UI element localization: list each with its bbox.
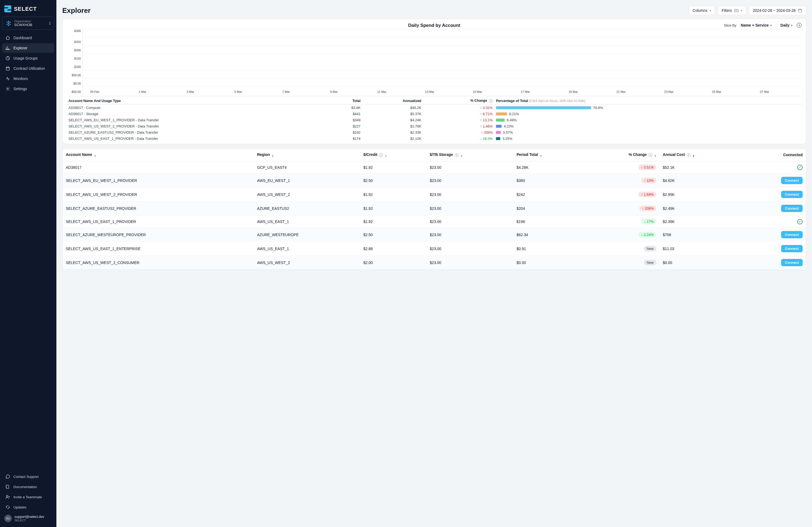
- connect-button[interactable]: Connect: [781, 259, 802, 266]
- x-tick: 17 Mar: [521, 90, 530, 93]
- bar[interactable]: [203, 0, 226, 86]
- sort-icon: ▲▼: [272, 154, 274, 157]
- legend-row[interactable]: SELECT_AWS_EU_WEST_1_PROVIDER - Data Tra…: [67, 117, 801, 123]
- info-icon: i: [649, 153, 652, 157]
- table-row: SELECT_AWS_EU_WEST_1_PROVIDER AWS_EU_WES…: [62, 174, 806, 187]
- y-tick: $300: [67, 29, 83, 37]
- org-switcher[interactable]: Organization SCWXHOB ▴▾: [2, 17, 54, 30]
- bar[interactable]: [108, 0, 130, 86]
- nav-icon: [5, 484, 10, 489]
- legend-row[interactable]: SELECT_AWS_US_WEST_2_PROVIDER - Data Tra…: [67, 123, 801, 129]
- y-tick: $0.00: [67, 79, 83, 88]
- main: Explorer Columns ▾ Filters (0) ▾ 2024-02…: [56, 0, 812, 527]
- bar[interactable]: [490, 0, 512, 86]
- sidebar-item-label: Documentation: [13, 485, 37, 489]
- connect-button[interactable]: Connect: [781, 191, 802, 198]
- legend-th-annualized[interactable]: Annualized: [362, 96, 423, 105]
- sidebar-item-documentation[interactable]: Documentation: [2, 482, 54, 492]
- bar[interactable]: [371, 0, 393, 86]
- bar[interactable]: [729, 0, 752, 86]
- legend-row[interactable]: SELECT_AWS_US_EAST_1_PROVIDER - Data Tra…: [67, 136, 801, 142]
- bar[interactable]: [418, 0, 441, 86]
- connect-button[interactable]: Connect: [781, 245, 802, 252]
- th-annual[interactable]: Annual Cost i ▲▼: [659, 149, 744, 161]
- bar[interactable]: [442, 0, 465, 86]
- connect-button[interactable]: Connect: [781, 177, 802, 184]
- bar[interactable]: [706, 0, 728, 86]
- sidebar-item-usage-groups[interactable]: Usage Groups: [2, 54, 54, 63]
- svg-point-3: [6, 495, 8, 497]
- bar[interactable]: [179, 0, 202, 86]
- change-pill: ↓ 2.24%: [638, 232, 656, 238]
- bar[interactable]: [84, 0, 106, 86]
- sidebar-item-updates[interactable]: Updates: [2, 502, 54, 512]
- th-connected[interactable]: Connected: [744, 149, 806, 161]
- bar[interactable]: [777, 0, 799, 86]
- bar[interactable]: [753, 0, 775, 86]
- legend-row[interactable]: SELECT_AZURE_EASTUS2_PROVIDER - Data Tra…: [67, 129, 801, 136]
- th-region[interactable]: Region ▲▼: [254, 149, 360, 161]
- svg-point-2: [7, 88, 9, 90]
- change-pill: New: [644, 246, 656, 252]
- th-storage[interactable]: $/TB Storage i ▲▼: [427, 149, 513, 161]
- user-block[interactable]: SU support@select.dev SELECT: [2, 512, 54, 523]
- sidebar-item-invite-a-teammate[interactable]: Invite a Teammate: [2, 492, 54, 502]
- sidebar-item-label: Monitors: [13, 76, 28, 81]
- chart[interactable]: $300$250$200$150$100$50.00$0.00-$50.00 2…: [67, 29, 801, 96]
- bar[interactable]: [682, 0, 704, 86]
- sidebar-item-monitors[interactable]: Monitors: [2, 74, 54, 84]
- th-credit[interactable]: $/Credit i ▲▼: [360, 149, 426, 161]
- x-tick: 7 Mar: [282, 90, 290, 93]
- th-change[interactable]: % Change i ▲▼: [584, 149, 659, 161]
- change-pill: ↑ 208%: [639, 206, 656, 211]
- bar[interactable]: [586, 0, 608, 86]
- svg-rect-1: [6, 67, 10, 70]
- legend-th-pct[interactable]: Percentage of Total (Click bars to focus…: [494, 96, 801, 105]
- x-tick: 1 Mar: [139, 90, 146, 93]
- table-row: SELECT_AWS_US_EAST_1_PROVIDER AWS_US_EAS…: [62, 215, 806, 228]
- bar[interactable]: [323, 0, 345, 86]
- sidebar-item-contract-utilization[interactable]: Contract Utilization: [2, 64, 54, 73]
- bar[interactable]: [347, 0, 369, 86]
- bar[interactable]: [610, 0, 632, 86]
- bar[interactable]: [275, 0, 297, 86]
- legend-row[interactable]: AD38017 - Compute $3.8K $46.2K ↑ 3.31% 7…: [67, 105, 801, 111]
- bar[interactable]: [251, 0, 273, 86]
- bar[interactable]: [634, 0, 656, 86]
- sidebar-item-label: Contract Utilization: [13, 66, 45, 71]
- legend-row[interactable]: AD38017 - Storage $441 $5.37K ↑ 6.71% 8.…: [67, 111, 801, 117]
- change-pill: ↑ 3.51%: [638, 165, 656, 170]
- bar[interactable]: [299, 0, 321, 86]
- sort-icon: ▲▼: [654, 154, 656, 157]
- th-period[interactable]: Period Total ▲▼: [513, 149, 584, 161]
- nav-icon: [5, 35, 10, 40]
- bar[interactable]: [514, 0, 536, 86]
- sort-icon: ▲▼: [94, 154, 96, 157]
- legend-th-total[interactable]: Total: [328, 96, 362, 105]
- x-tick: 25 Mar: [712, 90, 721, 93]
- bar[interactable]: [562, 0, 584, 86]
- x-tick: 13 Mar: [425, 90, 434, 93]
- bar[interactable]: [132, 0, 154, 86]
- sort-icon: ▲▼: [693, 154, 695, 157]
- legend-th-change[interactable]: % Change i: [423, 96, 494, 105]
- th-account-name[interactable]: Account Name ▲▼: [62, 149, 254, 161]
- info-icon: i: [489, 99, 493, 103]
- bar[interactable]: [394, 0, 417, 86]
- legend-th-name[interactable]: Account Name And Usage Type: [67, 96, 328, 105]
- bar[interactable]: [156, 0, 178, 86]
- table-row: SELECT_AWS_US_EAST_1_ENTERPRISE AWS_US_E…: [62, 242, 806, 256]
- bar[interactable]: [538, 0, 561, 86]
- sidebar-item-explorer[interactable]: Explorer: [2, 43, 54, 53]
- sidebar-item-dashboard[interactable]: Dashboard: [2, 33, 54, 43]
- connect-button[interactable]: Connect: [781, 205, 802, 212]
- bar[interactable]: [466, 0, 489, 86]
- connect-button[interactable]: Connect: [781, 231, 802, 238]
- bar[interactable]: [657, 0, 680, 86]
- sidebar-item-settings[interactable]: Settings: [2, 84, 54, 94]
- snowflake-icon: [6, 20, 12, 26]
- nav-icon: [5, 86, 10, 91]
- sidebar-item-contact-support[interactable]: Contact Support: [2, 472, 54, 481]
- bar[interactable]: [227, 0, 249, 86]
- sort-icon: ▲▼: [540, 154, 542, 157]
